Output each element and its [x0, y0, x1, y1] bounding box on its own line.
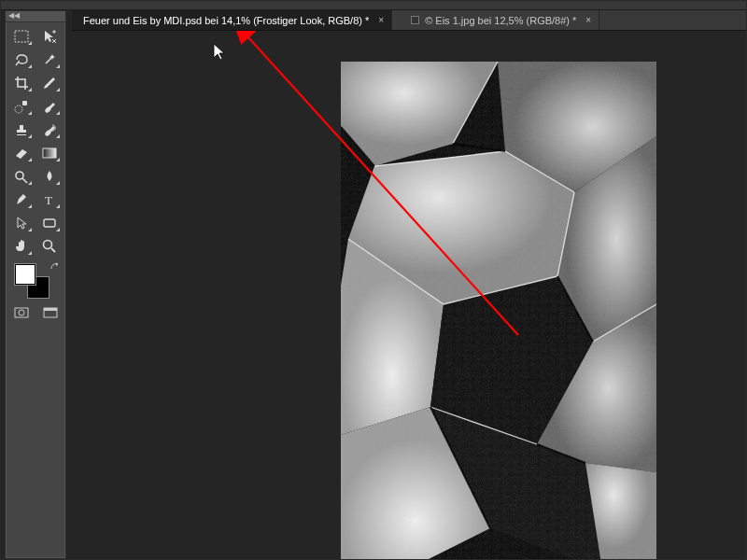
document-image: [341, 62, 656, 559]
stamp-icon[interactable]: [9, 119, 34, 140]
tab-label: © Eis 1.jpg bei 12,5% (RGB/8#) *: [425, 15, 576, 26]
shape-icon[interactable]: [37, 213, 62, 233]
eraser-icon[interactable]: [9, 143, 34, 163]
screen-mode-icon[interactable]: [42, 305, 58, 320]
crop-icon[interactable]: [9, 73, 34, 93]
path-select-icon[interactable]: [9, 213, 34, 233]
svg-rect-39: [341, 62, 656, 559]
document-tab-inactive[interactable]: © Eis 1.jpg bei 12,5% (RGB/8#) * ×: [392, 10, 599, 30]
svg-rect-8: [44, 219, 55, 227]
foreground-swatch[interactable]: [15, 264, 35, 285]
zoom-icon[interactable]: [37, 236, 62, 257]
tools-palette: ◀◀: [5, 10, 66, 559]
blur-icon[interactable]: [37, 166, 62, 187]
lasso-icon[interactable]: [9, 49, 34, 70]
eyedropper-icon[interactable]: [37, 73, 62, 93]
svg-line-6: [22, 178, 27, 183]
pen-icon[interactable]: [9, 189, 34, 210]
svg-point-12: [19, 310, 24, 315]
move-icon[interactable]: [37, 26, 62, 47]
marquee-icon[interactable]: [9, 26, 34, 47]
dodge-icon[interactable]: [9, 166, 34, 187]
svg-rect-14: [44, 308, 57, 311]
document-tab-active[interactable]: Feuer und Eis by MDI.psd bei 14,1% (Fros…: [72, 10, 392, 30]
svg-rect-0: [15, 31, 28, 42]
canvas-viewport[interactable]: [72, 31, 746, 559]
history-brush-icon[interactable]: [37, 119, 62, 140]
cursor-icon: [214, 44, 224, 60]
app-window: ◀◀: [0, 0, 747, 560]
close-icon[interactable]: ×: [585, 15, 591, 25]
svg-point-2: [15, 105, 22, 113]
svg-rect-4: [43, 148, 56, 158]
tab-strip: Feuer und Eis by MDI.psd bei 14,1% (Fros…: [72, 10, 746, 31]
svg-text:T: T: [45, 193, 52, 206]
color-swatches[interactable]: [6, 260, 65, 300]
tab-label: Feuer und Eis by MDI.psd bei 14,1% (Fros…: [83, 15, 369, 26]
quick-mask-icon[interactable]: [13, 305, 29, 320]
mode-row: [6, 300, 65, 326]
svg-line-1: [46, 57, 52, 63]
gradient-icon[interactable]: [37, 143, 62, 163]
svg-rect-3: [22, 101, 27, 105]
svg-line-10: [51, 248, 55, 252]
brush-icon[interactable]: [37, 96, 62, 117]
svg-point-5: [16, 172, 23, 179]
magic-wand-icon[interactable]: [37, 49, 62, 70]
tab-window-icon: [411, 16, 419, 24]
hand-icon[interactable]: [9, 236, 34, 257]
tool-grid: T: [6, 22, 65, 260]
close-icon[interactable]: ×: [378, 15, 384, 25]
app-top-bar: [1, 1, 746, 10]
type-icon[interactable]: T: [37, 189, 62, 210]
svg-point-9: [43, 241, 51, 249]
palette-collapse-button[interactable]: ◀◀: [6, 11, 65, 22]
healing-brush-icon[interactable]: [9, 96, 34, 117]
swap-colors-icon[interactable]: [50, 262, 60, 272]
document-area: Feuer und Eis by MDI.psd bei 14,1% (Fros…: [72, 10, 746, 559]
